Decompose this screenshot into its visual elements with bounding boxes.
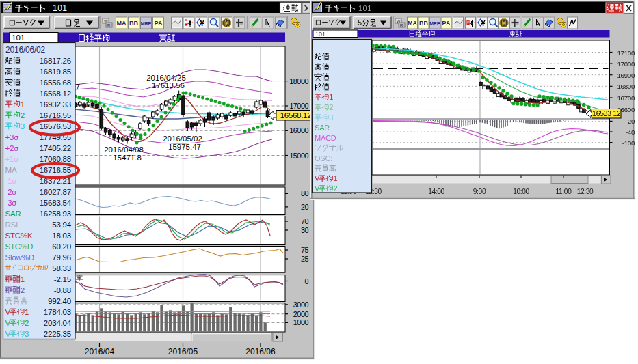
svg-text:-1σ: -1σ	[5, 177, 17, 185]
svg-text:V: V	[5, 308, 11, 316]
svg-text:STC%D: STC%D	[5, 242, 34, 251]
svg-text:2016/05: 2016/05	[168, 347, 198, 356]
svg-text:16556.68: 16556.68	[40, 79, 71, 87]
svg-text:5: 5	[358, 18, 362, 27]
svg-text:+1σ: +1σ	[5, 155, 19, 163]
svg-text:101: 101	[53, 3, 68, 13]
svg-text:Slow%D: Slow%D	[5, 253, 34, 262]
svg-text:75: 75	[301, 246, 309, 254]
svg-text:16716.55: 16716.55	[40, 111, 71, 120]
svg-text:R: R	[400, 23, 403, 27]
svg-text:¥: ¥	[481, 19, 486, 27]
svg-text:¥: ¥	[503, 20, 505, 25]
svg-text:2000: 2000	[293, 310, 309, 318]
svg-text:14:00: 14:00	[428, 188, 444, 195]
svg-text:MA: MA	[408, 20, 417, 27]
svg-text:17100: 17100	[617, 49, 635, 57]
svg-text:18000: 18000	[289, 77, 308, 85]
svg-text:1: 1	[21, 275, 25, 283]
svg-text:1: 1	[25, 308, 29, 316]
svg-text:17613.56: 17613.56	[152, 81, 185, 89]
svg-text:16900: 16900	[617, 72, 635, 79]
svg-text:20: 20	[628, 117, 635, 125]
svg-text:12:30: 12:30	[577, 188, 594, 195]
svg-text:2: 2	[333, 184, 337, 193]
svg-text:R: R	[107, 23, 111, 27]
svg-text:79.96: 79.96	[52, 253, 71, 262]
svg-text:20: 20	[301, 203, 309, 211]
svg-text:16819.85: 16819.85	[40, 68, 71, 76]
svg-text:3: 3	[21, 122, 25, 130]
svg-text:16817.26: 16817.26	[40, 57, 71, 65]
svg-text:16576.53: 16576.53	[40, 122, 71, 130]
svg-text:RSI: RSI	[5, 221, 18, 229]
svg-text:16568.12: 16568.12	[40, 89, 71, 98]
svg-text:BB: BB	[129, 20, 138, 27]
svg-text:V: V	[5, 330, 11, 338]
svg-text:2225.35: 2225.35	[44, 330, 71, 338]
svg-text:16800: 16800	[617, 83, 635, 90]
svg-text:MA: MA	[5, 166, 17, 174]
svg-text:BB: BB	[419, 20, 428, 27]
svg-text:2016/05/02: 2016/05/02	[163, 135, 202, 143]
svg-text:16258.93: 16258.93	[40, 210, 71, 218]
svg-text:25: 25	[301, 255, 309, 263]
svg-text:17405.22: 17405.22	[40, 144, 71, 152]
svg-text:101: 101	[12, 33, 25, 42]
svg-text:SAR: SAR	[315, 124, 330, 132]
svg-text:15000: 15000	[289, 152, 308, 160]
svg-text:1: 1	[329, 93, 333, 101]
svg-text:2034.04: 2034.04	[44, 319, 72, 327]
svg-text:2016/04/25: 2016/04/25	[146, 74, 186, 82]
svg-text:0: 0	[304, 277, 308, 285]
svg-text:992.40: 992.40	[48, 297, 71, 305]
svg-text:-2σ: -2σ	[5, 188, 17, 196]
svg-text:-100: -100	[622, 139, 635, 147]
svg-text:+3σ: +3σ	[5, 133, 19, 141]
svg-text:OSC:: OSC:	[315, 154, 332, 163]
svg-text:STC%K: STC%K	[5, 232, 33, 240]
svg-text:16000: 16000	[289, 126, 308, 135]
svg-text:17000: 17000	[289, 102, 308, 110]
svg-text:MACD: MACD	[315, 134, 336, 142]
svg-text:¥: ¥	[226, 20, 228, 25]
svg-text:15471.8: 15471.8	[113, 154, 142, 162]
svg-text:V: V	[315, 184, 320, 193]
svg-text:11:00: 11:00	[556, 188, 572, 195]
svg-text:80: 80	[301, 189, 309, 197]
svg-text:3: 3	[25, 330, 29, 338]
svg-text:16027.87: 16027.87	[40, 188, 71, 196]
svg-text:2: 2	[21, 286, 25, 294]
svg-text:1000: 1000	[293, 318, 309, 326]
svg-text:2: 2	[329, 103, 333, 111]
svg-text:2016/06: 2016/06	[245, 347, 276, 356]
svg-text:16932.33: 16932.33	[40, 100, 71, 109]
svg-text:PA: PA	[442, 20, 451, 27]
svg-text:2: 2	[25, 319, 29, 327]
svg-text:SAR: SAR	[5, 210, 21, 218]
svg-text:2: 2	[21, 111, 25, 120]
svg-text:3000: 3000	[293, 300, 309, 309]
svg-text:MA: MA	[117, 20, 127, 27]
svg-text:V: V	[5, 319, 11, 327]
svg-text:-3σ: -3σ	[5, 199, 17, 207]
svg-text:2016/06/02: 2016/06/02	[5, 45, 46, 55]
svg-text:15683.54: 15683.54	[40, 199, 72, 207]
svg-text:17060.88: 17060.88	[40, 155, 71, 163]
svg-text:-40: -40	[626, 128, 635, 136]
svg-text:58.33: 58.33	[52, 264, 71, 272]
svg-text:1: 1	[21, 100, 25, 109]
svg-text:16568.12: 16568.12	[280, 111, 312, 120]
svg-text:2016/04: 2016/04	[85, 347, 115, 356]
svg-text:16700: 16700	[617, 94, 635, 102]
svg-text:PA: PA	[155, 20, 163, 27]
svg-text:1784.03: 1784.03	[44, 308, 71, 316]
svg-text:2016/04/08: 2016/04/08	[104, 145, 144, 154]
svg-text:18.03: 18.03	[52, 232, 71, 240]
svg-text:V: V	[315, 174, 320, 182]
svg-text:17000: 17000	[617, 60, 635, 68]
svg-text:3: 3	[329, 113, 333, 122]
svg-text:+2σ: +2σ	[5, 144, 19, 152]
svg-text:¥: ¥	[200, 19, 205, 27]
svg-text:101: 101	[358, 4, 372, 12]
